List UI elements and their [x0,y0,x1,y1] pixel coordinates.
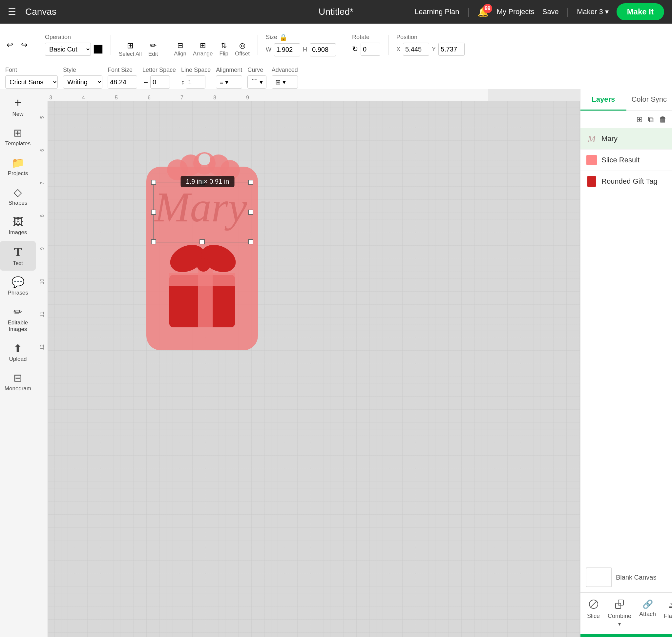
left-sidebar: + New ⊞ Templates 📁 Projects ◇ Shapes 🖼 … [0,89,36,637]
rotate-label: Rotate [352,34,380,41]
letter-space-input[interactable] [150,75,170,89]
canvas-content[interactable]: 1.9 in × 0.91 in Mary [48,101,580,637]
size-group: Size 🔒 W H [266,34,336,56]
duplicate-icon[interactable]: ⧉ [648,115,654,124]
sidebar-item-images[interactable]: 🖼 Images [0,212,36,240]
font-size-input[interactable] [108,75,137,89]
sidebar-item-projects-label: Projects [8,170,28,177]
handle-br[interactable] [248,239,253,244]
right-panel: Layers Color Sync ⊞ ⧉ 🗑 M Mary Slic [580,89,672,637]
edit-icon[interactable]: ✏ [150,41,157,50]
align-icon[interactable]: ⊟ [177,41,183,50]
line-space-label: Line Space [181,67,211,73]
line-space-group: Line Space ↕ [181,67,211,89]
redo-button[interactable]: ↪ [20,39,29,51]
width-input[interactable] [274,43,300,56]
tab-color-sync[interactable]: Color Sync [626,89,672,111]
toolbar-divider-2 [110,35,111,55]
attach-icon: 🔗 [642,599,653,609]
layer-thumb-slice [586,154,598,166]
rotate-group: Rotate ↻ [352,34,380,56]
advanced-button[interactable]: ⊞ ▾ [272,75,298,89]
ruler-top: 3 4 5 6 7 8 9 [36,89,488,101]
handle-bl[interactable] [151,239,156,244]
flip-icon[interactable]: ⇅ [221,41,227,50]
menu-icon[interactable]: ☰ [8,6,16,17]
make-it-button[interactable]: Make It [617,3,664,20]
attach-button[interactable]: 🔗 Attach [635,597,660,630]
line-space-input[interactable] [186,75,206,89]
machine-selector[interactable]: Maker 3 ▾ [577,7,608,16]
sidebar-item-upload[interactable]: ⬆ Upload [0,338,36,366]
group-icon[interactable]: ⊞ [636,115,643,124]
select-all-group: ⊞ Select All ✏ Edit [119,32,158,57]
y-input[interactable] [438,43,465,56]
sidebar-item-templates[interactable]: ⊞ Templates [0,123,36,151]
letter-space-icon: ↔ [142,78,149,86]
ruler-tick-8: 8 [212,95,245,101]
ruler-num-v-12: 12 [36,331,48,363]
handle-mr[interactable] [248,210,253,215]
sidebar-item-editable-images[interactable]: ✏ Editable Images [0,302,36,337]
handle-tr[interactable] [248,180,253,185]
layer-item-gift-tag[interactable]: Rounded Gift Tag [581,171,672,192]
align-text[interactable]: Align [174,51,187,57]
layer-item-mary[interactable]: M Mary [581,128,672,150]
layer-item-slice-result[interactable]: Slice Result [581,150,672,171]
combine-chevron[interactable]: ▾ [618,621,621,627]
my-projects-link[interactable]: My Projects [497,7,534,16]
tab-layers[interactable]: Layers [581,89,626,111]
sidebar-item-phrases-label: Phrases [7,290,28,296]
save-button[interactable]: Save [543,7,559,16]
alignment-button[interactable]: ≡ ▾ [216,75,242,89]
select-all-text[interactable]: Select All [119,51,142,57]
ruler-num-v-11: 11 [36,298,48,331]
layer-name-gift-tag: Rounded Gift Tag [601,177,658,186]
sidebar-item-new[interactable]: + New [0,92,36,121]
align-group: ⊟ Align ⊞ Arrange ⇅ Flip ◎ Offset [174,33,250,57]
sidebar-item-text[interactable]: T Text [0,241,36,271]
flatten-button[interactable]: Flatten [660,597,672,630]
handle-bm[interactable] [199,239,205,244]
templates-icon: ⊞ [14,127,22,139]
sidebar-item-projects[interactable]: 📁 Projects [0,152,36,181]
operation-select[interactable]: Basic Cut [45,43,91,56]
design-container[interactable]: 1.9 in × 0.91 in Mary [140,147,264,358]
combine-button[interactable]: Combine ▾ [604,597,635,630]
promo-bar[interactable]: 🖼 Use 250k images for free [581,634,672,637]
operation-group: Operation Basic Cut [45,34,103,56]
blank-canvas-label: Blank Canvas [616,574,656,581]
height-input[interactable] [310,43,336,56]
font-select[interactable]: Cricut Sans [5,75,58,89]
bottom-actions: Slice Combine ▾ 🔗 Attach Flatten [581,593,672,634]
flip-text[interactable]: Flip [219,51,228,57]
undo-button[interactable]: ↩ [5,39,14,51]
select-all-icon[interactable]: ⊞ [127,41,134,50]
learning-plan-link[interactable]: Learning Plan [415,7,459,16]
ruler-tick-7: 7 [179,95,212,101]
x-input[interactable] [403,43,429,56]
arrange-text[interactable]: Arrange [193,51,213,57]
edit-text[interactable]: Edit [148,51,158,57]
text-icon: T [14,245,22,259]
offset-text[interactable]: Offset [235,51,250,57]
slice-button[interactable]: Slice [583,597,604,630]
size-lock-icon[interactable]: 🔒 [279,34,287,41]
sidebar-item-phrases[interactable]: 💬 Phrases [0,272,36,300]
notifications-bell[interactable]: 🔔 99 [477,6,489,17]
offset-icon[interactable]: ◎ [239,41,245,50]
canvas-area[interactable]: 3 4 5 6 7 8 9 5 6 7 8 9 10 11 12 [36,89,580,637]
attach-label: Attach [639,611,656,618]
arrange-icon[interactable]: ⊞ [200,41,206,50]
color-swatch[interactable] [93,44,103,54]
position-label: Position [396,34,465,41]
sidebar-item-shapes[interactable]: ◇ Shapes [0,182,36,210]
sidebar-item-monogram[interactable]: ⊟ Monogram [0,368,36,396]
style-select[interactable]: Writing [63,75,102,89]
sidebar-item-upload-label: Upload [9,356,27,362]
curve-button[interactable]: ⌒ ▾ [247,75,266,89]
delete-icon[interactable]: 🗑 [659,115,667,124]
rotate-input[interactable] [360,43,380,56]
rotate-row: ↻ [352,43,380,56]
operation-row: Basic Cut [45,43,103,56]
